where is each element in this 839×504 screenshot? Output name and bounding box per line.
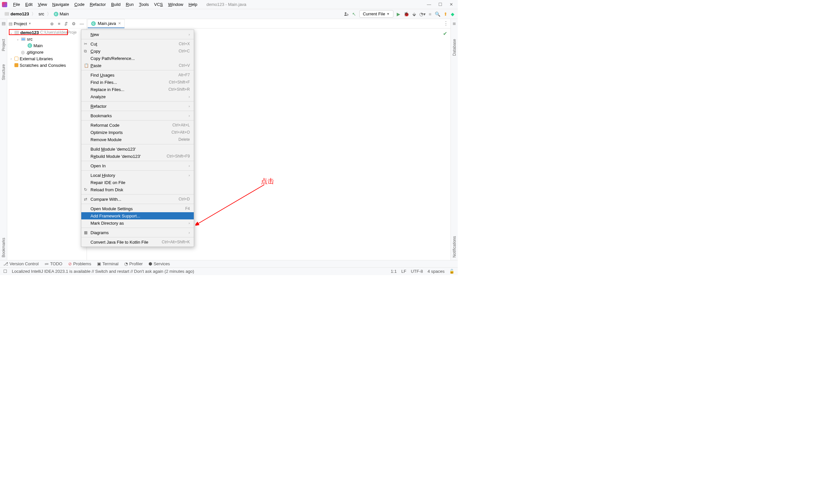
- terminal-tab[interactable]: ▣ Terminal: [97, 261, 118, 266]
- tree-external-libs[interactable]: › External Libraries: [7, 55, 87, 62]
- menu-help[interactable]: Help: [186, 1, 200, 8]
- menu-item-find-in-files[interactable]: Find in Files...Ctrl+Shift+F: [81, 78, 194, 86]
- menu-item-refactor[interactable]: Refactor›: [81, 103, 194, 110]
- hide-icon[interactable]: —: [79, 21, 85, 26]
- menu-item-repair-ide-on-file[interactable]: Repair IDE on File: [81, 179, 194, 186]
- expand-all-icon[interactable]: ≡: [56, 21, 62, 26]
- database-icon[interactable]: ≣: [452, 21, 456, 26]
- select-opened-file-icon[interactable]: ⊕: [49, 21, 55, 26]
- close-icon[interactable]: ✕: [449, 2, 453, 7]
- menu-item-rebuild-module-demo123[interactable]: Rebuild Module 'demo123'Ctrl+Shift+F9: [81, 152, 194, 160]
- menu-item-reload-from-disk[interactable]: ↻Reload from Disk: [81, 186, 194, 193]
- caret-position[interactable]: 1:1: [391, 269, 397, 274]
- maximize-icon[interactable]: ☐: [438, 2, 442, 7]
- menu-build[interactable]: Build: [108, 1, 123, 8]
- settings-icon[interactable]: ⚙: [70, 21, 77, 26]
- problems-tab[interactable]: ⊘ Problems: [68, 261, 91, 266]
- menu-vcs[interactable]: VCS: [152, 1, 166, 8]
- tree-root[interactable]: ⌄ demo123 C:\Users\a\IdeaProje: [7, 29, 87, 36]
- menu-item-label: Rebuild Module 'demo123': [90, 154, 141, 159]
- breadcrumb-src[interactable]: src 〉: [37, 11, 52, 17]
- todo-tab[interactable]: ≔ TODO: [45, 261, 62, 266]
- menu-item-open-in[interactable]: Open In›: [81, 162, 194, 169]
- menu-file[interactable]: File: [11, 1, 23, 8]
- menu-code[interactable]: Code: [72, 1, 87, 8]
- menu-item-new[interactable]: New›: [81, 31, 194, 38]
- menu-item-paste[interactable]: 📋PasteCtrl+V: [81, 62, 194, 69]
- menu-item-label: Copy: [90, 49, 100, 54]
- menu-item-reformat-code[interactable]: Reformat CodeCtrl+Alt+L: [81, 122, 194, 129]
- breadcrumb-class[interactable]: C Main: [52, 12, 70, 16]
- menu-item-shortcut: Ctrl+Alt+O: [171, 130, 190, 134]
- project-tool-icon[interactable]: ▤: [2, 21, 5, 26]
- menu-refactor[interactable]: Refactor: [87, 1, 108, 8]
- jb-toolbox-icon[interactable]: ◆: [451, 12, 455, 17]
- collapse-all-icon[interactable]: ⇵: [63, 21, 69, 26]
- structure-rail-label[interactable]: Structure: [1, 64, 6, 80]
- menu-item-copy-path-reference[interactable]: Copy Path/Reference...: [81, 55, 194, 62]
- menu-item-local-history[interactable]: Local History›: [81, 172, 194, 179]
- database-rail-label[interactable]: Database: [452, 39, 457, 56]
- menu-item-diagrams[interactable]: ▦Diagrams›: [81, 229, 194, 236]
- coverage-icon[interactable]: ⬙: [412, 12, 416, 17]
- profile-icon[interactable]: ◔▾: [420, 12, 426, 17]
- codewithme-icon[interactable]: [344, 12, 349, 17]
- version-control-tab[interactable]: ⎇ Version Control: [3, 261, 39, 266]
- breadcrumb-project[interactable]: demo123 〉: [3, 11, 37, 17]
- tree-src-folder[interactable]: ⌄ src: [7, 36, 87, 42]
- editor-more-icon[interactable]: ⋮: [443, 20, 448, 26]
- tree-gitignore[interactable]: ◎ .gitignore: [7, 49, 87, 55]
- tree-scratches[interactable]: Scratches and Consoles: [7, 62, 87, 69]
- menu-item-analyze[interactable]: Analyze›: [81, 93, 194, 100]
- close-tab-icon[interactable]: ✕: [118, 21, 121, 25]
- file-encoding[interactable]: UTF-8: [411, 269, 423, 274]
- status-icon[interactable]: ☐: [3, 269, 7, 274]
- search-icon[interactable]: 🔍: [435, 12, 440, 17]
- menu-item-convert-java-file-to-kotlin-file[interactable]: Convert Java File to Kotlin FileCtrl+Alt…: [81, 238, 194, 246]
- back-arrow-icon[interactable]: ↖: [352, 12, 356, 17]
- project-rail-label[interactable]: Project: [1, 39, 6, 51]
- readonly-icon[interactable]: 🔓: [449, 269, 455, 274]
- menu-separator: [81, 194, 194, 195]
- project-panel-title[interactable]: ▤ Project ▼: [8, 21, 31, 26]
- menu-item-label: Copy Path/Reference...: [90, 56, 135, 61]
- menu-item-compare-with[interactable]: ⇄Compare With...Ctrl+D: [81, 196, 194, 203]
- menu-item-find-usages[interactable]: Find UsagesAlt+F7: [81, 71, 194, 78]
- menu-item-shortcut: Ctrl+C: [179, 49, 190, 53]
- menu-item-add-framework-support[interactable]: Add Framework Support...: [81, 212, 194, 219]
- minimize-icon[interactable]: —: [427, 2, 431, 7]
- menu-item-bookmarks[interactable]: Bookmarks›: [81, 112, 194, 119]
- run-icon[interactable]: ▶: [397, 12, 400, 17]
- menu-item-optimize-imports[interactable]: Optimize ImportsCtrl+Alt+O: [81, 129, 194, 136]
- menu-item-build-module-demo123[interactable]: Build Module 'demo123': [81, 145, 194, 152]
- bookmarks-rail-label[interactable]: Bookmarks: [1, 238, 6, 257]
- menu-item-shortcut: Ctrl+Shift+R: [169, 87, 190, 92]
- debug-icon[interactable]: 🐞: [404, 12, 409, 17]
- profiler-tab[interactable]: ◔ Profiler: [124, 261, 143, 266]
- run-config-selector[interactable]: Current File ▼: [359, 10, 393, 18]
- menu-window[interactable]: Window: [166, 1, 186, 8]
- window-controls: — ☐ ✕: [427, 2, 456, 7]
- menu-navigate[interactable]: Navigate: [50, 1, 71, 8]
- menu-item-mark-directory-as[interactable]: Mark Directory as›: [81, 219, 194, 227]
- menu-view[interactable]: View: [35, 1, 50, 8]
- menu-item-copy[interactable]: ⧉CopyCtrl+C: [81, 48, 194, 55]
- indent-info[interactable]: 4 spaces: [428, 269, 445, 274]
- notifications-rail-label[interactable]: Notifications: [452, 236, 457, 257]
- menu-run[interactable]: Run: [123, 1, 136, 8]
- services-tab[interactable]: ⬢ Services: [149, 261, 170, 266]
- line-separator[interactable]: LF: [401, 269, 406, 274]
- menu-edit[interactable]: Edit: [23, 1, 35, 8]
- tree-main-class[interactable]: C Main: [7, 42, 87, 49]
- menu-item-icon: ⇄: [84, 197, 87, 201]
- update-icon[interactable]: ⬆: [444, 12, 447, 17]
- menu-item-cut[interactable]: ✂CutCtrl+X: [81, 40, 194, 48]
- no-problems-icon[interactable]: ✔: [443, 31, 447, 37]
- menu-item-remove-module[interactable]: Remove ModuleDelete: [81, 136, 194, 143]
- stop-icon[interactable]: ■: [429, 12, 431, 17]
- status-message[interactable]: Localized IntelliJ IDEA 2023.1 is availa…: [12, 269, 194, 274]
- menu-tools[interactable]: Tools: [136, 1, 152, 8]
- menu-item-replace-in-files[interactable]: Replace in Files...Ctrl+Shift+R: [81, 86, 194, 93]
- editor-tab[interactable]: C Main.java ✕: [88, 19, 124, 28]
- menu-item-open-module-settings[interactable]: Open Module SettingsF4: [81, 205, 194, 212]
